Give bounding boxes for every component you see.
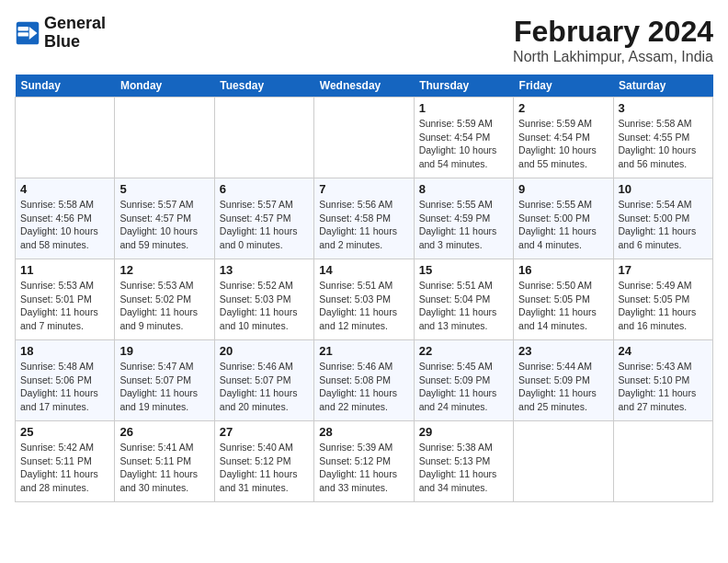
day-detail: Sunrise: 5:50 AM Sunset: 5:05 PM Dayligh…: [518, 279, 608, 333]
day-detail: Sunrise: 5:59 AM Sunset: 4:54 PM Dayligh…: [419, 117, 508, 171]
calendar-cell: 5Sunrise: 5:57 AM Sunset: 4:57 PM Daylig…: [115, 178, 214, 259]
calendar-cell: 16Sunrise: 5:50 AM Sunset: 5:05 PM Dayli…: [514, 259, 613, 340]
day-detail: Sunrise: 5:40 AM Sunset: 5:12 PM Dayligh…: [220, 441, 309, 495]
day-number: 7: [319, 182, 408, 196]
calendar-cell: [16, 98, 115, 178]
calendar-cell: 18Sunrise: 5:48 AM Sunset: 5:06 PM Dayli…: [16, 340, 115, 421]
calendar-cell: 11Sunrise: 5:53 AM Sunset: 5:01 PM Dayli…: [16, 259, 115, 340]
day-number: 2: [518, 101, 608, 115]
day-detail: Sunrise: 5:47 AM Sunset: 5:07 PM Dayligh…: [119, 360, 209, 414]
calendar-cell: [514, 421, 613, 502]
calendar-cell: 1Sunrise: 5:59 AM Sunset: 4:54 PM Daylig…: [414, 98, 513, 178]
calendar-cell: 24Sunrise: 5:43 AM Sunset: 5:10 PM Dayli…: [613, 340, 712, 421]
day-number: 23: [518, 344, 608, 358]
day-detail: Sunrise: 5:46 AM Sunset: 5:07 PM Dayligh…: [220, 360, 309, 414]
day-number: 29: [419, 425, 508, 439]
calendar-cell: 28Sunrise: 5:39 AM Sunset: 5:12 PM Dayli…: [314, 421, 414, 502]
calendar-week-3: 11Sunrise: 5:53 AM Sunset: 5:01 PM Dayli…: [16, 259, 713, 340]
calendar-cell: 13Sunrise: 5:52 AM Sunset: 5:03 PM Dayli…: [214, 259, 313, 340]
calendar-cell: 21Sunrise: 5:46 AM Sunset: 5:08 PM Dayli…: [314, 340, 414, 421]
calendar-cell: 10Sunrise: 5:54 AM Sunset: 5:00 PM Dayli…: [613, 178, 712, 259]
day-detail: Sunrise: 5:41 AM Sunset: 5:11 PM Dayligh…: [119, 441, 209, 495]
day-detail: Sunrise: 5:57 AM Sunset: 4:57 PM Dayligh…: [119, 198, 209, 252]
day-detail: Sunrise: 5:55 AM Sunset: 5:00 PM Dayligh…: [518, 198, 608, 252]
calendar-cell: 15Sunrise: 5:51 AM Sunset: 5:04 PM Dayli…: [414, 259, 513, 340]
day-detail: Sunrise: 5:38 AM Sunset: 5:13 PM Dayligh…: [419, 441, 508, 495]
day-number: 15: [419, 263, 508, 277]
day-number: 10: [619, 182, 708, 196]
day-header-saturday: Saturday: [613, 75, 712, 98]
day-detail: Sunrise: 5:53 AM Sunset: 5:02 PM Dayligh…: [119, 279, 209, 333]
day-detail: Sunrise: 5:46 AM Sunset: 5:08 PM Dayligh…: [319, 360, 408, 414]
day-number: 11: [20, 263, 109, 277]
day-detail: Sunrise: 5:57 AM Sunset: 4:57 PM Dayligh…: [220, 198, 309, 252]
day-number: 28: [319, 425, 408, 439]
day-number: 5: [119, 182, 209, 196]
day-detail: Sunrise: 5:39 AM Sunset: 5:12 PM Dayligh…: [319, 441, 408, 495]
calendar-cell: 25Sunrise: 5:42 AM Sunset: 5:11 PM Dayli…: [16, 421, 115, 502]
calendar-cell: 19Sunrise: 5:47 AM Sunset: 5:07 PM Dayli…: [115, 340, 214, 421]
logo-line2: Blue: [44, 33, 106, 52]
calendar-cell: [613, 421, 712, 502]
day-detail: Sunrise: 5:48 AM Sunset: 5:06 PM Dayligh…: [20, 360, 109, 414]
calendar-cell: 6Sunrise: 5:57 AM Sunset: 4:57 PM Daylig…: [214, 178, 313, 259]
logo-icon: [15, 20, 40, 46]
calendar-cell: 29Sunrise: 5:38 AM Sunset: 5:13 PM Dayli…: [414, 421, 513, 502]
day-detail: Sunrise: 5:59 AM Sunset: 4:54 PM Dayligh…: [518, 117, 608, 171]
day-number: 14: [319, 263, 408, 277]
calendar-week-5: 25Sunrise: 5:42 AM Sunset: 5:11 PM Dayli…: [16, 421, 713, 502]
day-header-friday: Friday: [514, 75, 613, 98]
day-number: 1: [419, 101, 508, 115]
day-detail: Sunrise: 5:53 AM Sunset: 5:01 PM Dayligh…: [20, 279, 109, 333]
calendar-cell: 12Sunrise: 5:53 AM Sunset: 5:02 PM Dayli…: [115, 259, 214, 340]
calendar-week-2: 4Sunrise: 5:58 AM Sunset: 4:56 PM Daylig…: [16, 178, 713, 259]
calendar-cell: 8Sunrise: 5:55 AM Sunset: 4:59 PM Daylig…: [414, 178, 513, 259]
day-number: 9: [518, 182, 608, 196]
day-header-monday: Monday: [115, 75, 214, 98]
logo: General Blue: [15, 15, 106, 52]
svg-rect-3: [18, 32, 28, 36]
logo-line1: General: [44, 15, 106, 33]
calendar-cell: 27Sunrise: 5:40 AM Sunset: 5:12 PM Dayli…: [214, 421, 313, 502]
day-number: 3: [619, 101, 708, 115]
day-number: 21: [319, 344, 408, 358]
day-detail: Sunrise: 5:54 AM Sunset: 5:00 PM Dayligh…: [619, 198, 708, 252]
calendar-subtitle: North Lakhimpur, Assam, India: [513, 49, 713, 65]
calendar-cell: 14Sunrise: 5:51 AM Sunset: 5:03 PM Dayli…: [314, 259, 414, 340]
day-number: 24: [619, 344, 708, 358]
svg-rect-2: [18, 27, 28, 30]
day-detail: Sunrise: 5:55 AM Sunset: 4:59 PM Dayligh…: [419, 198, 508, 252]
day-number: 12: [119, 263, 209, 277]
calendar-header-row: SundayMondayTuesdayWednesdayThursdayFrid…: [16, 75, 713, 98]
day-number: 22: [419, 344, 508, 358]
day-detail: Sunrise: 5:51 AM Sunset: 5:04 PM Dayligh…: [419, 279, 508, 333]
day-number: 8: [419, 182, 508, 196]
day-header-wednesday: Wednesday: [314, 75, 414, 98]
day-detail: Sunrise: 5:58 AM Sunset: 4:55 PM Dayligh…: [619, 117, 708, 171]
calendar-cell: 26Sunrise: 5:41 AM Sunset: 5:11 PM Dayli…: [115, 421, 214, 502]
day-number: 18: [20, 344, 109, 358]
page-header: General Blue February 2024 North Lakhimp…: [15, 15, 713, 65]
day-detail: Sunrise: 5:58 AM Sunset: 4:56 PM Dayligh…: [20, 198, 109, 252]
calendar-cell: [314, 98, 414, 178]
day-detail: Sunrise: 5:52 AM Sunset: 5:03 PM Dayligh…: [220, 279, 309, 333]
calendar-cell: 9Sunrise: 5:55 AM Sunset: 5:00 PM Daylig…: [514, 178, 613, 259]
day-number: 13: [220, 263, 309, 277]
day-header-sunday: Sunday: [16, 75, 115, 98]
calendar-cell: 17Sunrise: 5:49 AM Sunset: 5:05 PM Dayli…: [613, 259, 712, 340]
calendar-week-4: 18Sunrise: 5:48 AM Sunset: 5:06 PM Dayli…: [16, 340, 713, 421]
day-detail: Sunrise: 5:49 AM Sunset: 5:05 PM Dayligh…: [619, 279, 708, 333]
calendar-title: February 2024: [513, 15, 713, 49]
day-number: 16: [518, 263, 608, 277]
calendar-cell: 20Sunrise: 5:46 AM Sunset: 5:07 PM Dayli…: [214, 340, 313, 421]
title-area: February 2024 North Lakhimpur, Assam, In…: [513, 15, 713, 65]
calendar-cell: 23Sunrise: 5:44 AM Sunset: 5:09 PM Dayli…: [514, 340, 613, 421]
day-header-thursday: Thursday: [414, 75, 513, 98]
calendar-cell: 22Sunrise: 5:45 AM Sunset: 5:09 PM Dayli…: [414, 340, 513, 421]
calendar-cell: 4Sunrise: 5:58 AM Sunset: 4:56 PM Daylig…: [16, 178, 115, 259]
calendar-cell: 3Sunrise: 5:58 AM Sunset: 4:55 PM Daylig…: [613, 98, 712, 178]
calendar-table: SundayMondayTuesdayWednesdayThursdayFrid…: [15, 75, 713, 502]
day-number: 27: [220, 425, 309, 439]
day-number: 4: [20, 182, 109, 196]
day-number: 19: [119, 344, 209, 358]
